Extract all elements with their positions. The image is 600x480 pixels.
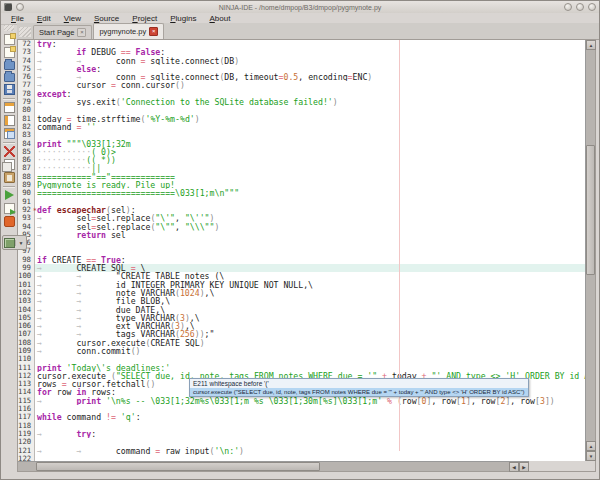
code-text[interactable]: while command != 'q': — [35, 413, 585, 421]
code-text[interactable]: if CREATE == True: — [35, 256, 585, 264]
split-vertical-icon[interactable] — [4, 115, 15, 126]
minimize-button[interactable] — [564, 3, 572, 11]
menu-project[interactable]: Project — [132, 14, 157, 23]
code-text[interactable]: →→command = raw_input('\n:') — [35, 447, 585, 455]
code-text[interactable] — [35, 405, 585, 413]
copy-icon[interactable] — [4, 159, 15, 170]
split-horizontal-icon[interactable] — [4, 102, 15, 113]
scroll-up-button-bottom[interactable] — [586, 441, 596, 451]
code-text[interactable]: →CREATE_SQL = \ — [35, 264, 585, 272]
follow-mode-icon[interactable] — [4, 128, 15, 139]
code-text[interactable]: →print '\n%s -- \033[1;32m%s\033[1;m %s … — [35, 397, 585, 405]
menu-source[interactable]: Source — [94, 14, 119, 23]
paste-icon[interactable] — [4, 172, 15, 183]
code-line-92: 92*def escapechar(sel): — [18, 206, 585, 214]
code-text[interactable]: →if DEBUG == False: — [35, 48, 585, 56]
code-line-109: 109→conn.commit() — [18, 347, 585, 355]
scroll-left-button[interactable] — [509, 462, 519, 472]
tabbar-handle[interactable] — [19, 27, 31, 37]
code-text[interactable]: →sel=sel.replace("\'", "\''") — [35, 214, 585, 222]
code-text[interactable]: →cursor = conn.cursor() — [35, 81, 585, 89]
vscroll-trough[interactable] — [586, 50, 595, 441]
code-text[interactable]: →try: — [35, 430, 585, 438]
menu-view[interactable]: View — [64, 14, 81, 23]
code-text[interactable]: print """\033[1;32m — [35, 140, 585, 148]
code-text[interactable]: →sys.exit('Connection to the SQLite data… — [35, 98, 585, 106]
maximize-button[interactable] — [576, 3, 584, 11]
code-text[interactable]: command = '' — [35, 123, 585, 131]
code-text[interactable]: except: — [35, 90, 585, 98]
toolbar-handle[interactable] — [4, 25, 14, 31]
code-text[interactable] — [35, 422, 585, 430]
open-project-icon[interactable] — [4, 73, 15, 82]
scroll-up-button[interactable] — [586, 40, 596, 50]
code-text[interactable]: →sel=sel.replace("\"", "\\\"") — [35, 223, 585, 231]
new-project-icon[interactable] — [4, 47, 15, 58]
run-project-icon[interactable] — [4, 190, 15, 201]
code-text[interactable] — [35, 438, 585, 446]
code-text[interactable]: today = time.strftime('%Y-%m-%d') — [35, 115, 585, 123]
tab-close-icon[interactable] — [77, 28, 86, 37]
close-button[interactable] — [588, 3, 596, 11]
hscroll-thumb[interactable] — [36, 462, 320, 471]
code-text[interactable]: →→due DATE,\ — [35, 306, 585, 314]
scroll-down-button[interactable] — [586, 451, 596, 461]
code-text[interactable]: →conn.commit() — [35, 347, 585, 355]
horizontal-scrollbar[interactable] — [18, 461, 529, 471]
code-text[interactable] — [35, 198, 585, 206]
new-file-icon[interactable] — [4, 34, 15, 45]
cut-icon[interactable] — [4, 146, 15, 157]
window-menu-button[interactable] — [16, 3, 24, 11]
code-editor[interactable]: 72try:73→if DEBUG == False:74→→conn = sq… — [17, 39, 596, 472]
code-text[interactable] — [35, 239, 585, 247]
code-token: : — [67, 90, 72, 98]
stop-icon[interactable] — [4, 216, 15, 227]
code-text[interactable]: →→note VARCHAR(1024),\ — [35, 289, 585, 297]
tab-whitespace-marker: → — [37, 339, 76, 347]
tab-start-page[interactable]: Start Page — [33, 25, 92, 39]
code-text[interactable] — [35, 247, 585, 255]
menu-edit[interactable]: Edit — [37, 14, 51, 23]
vscroll-thumb[interactable] — [586, 145, 595, 275]
code-text[interactable]: →else: — [35, 65, 585, 73]
symbols-combo[interactable]: ▼ — [2, 235, 27, 250]
code-token: if — [37, 256, 47, 264]
code-text[interactable]: ···········( 0)> — [35, 148, 585, 156]
code-text[interactable]: →→type VARCHAR(3),\ — [35, 314, 585, 322]
code-text[interactable]: print 'Today\'s deadlines:' — [35, 364, 585, 372]
code-text[interactable]: →→conn = sqlite.connect(DB, timeout=0.5,… — [35, 73, 585, 81]
code-text[interactable]: ============================\033[1;m\n""… — [35, 189, 585, 197]
code-text[interactable]: →→tags VARCHAR(256));" — [35, 330, 585, 338]
code-text[interactable]: →cursor.execute(CREATE_SQL) — [35, 339, 585, 347]
code-text[interactable]: →→file BLOB,\ — [35, 297, 585, 305]
menu-plugins[interactable]: Plugins — [170, 14, 196, 23]
code-text[interactable]: →→"CREATE TABLE notes (\ — [35, 272, 585, 280]
code-text[interactable]: try: — [35, 40, 585, 48]
code-text[interactable] — [35, 355, 585, 363]
code-text[interactable] — [35, 106, 585, 114]
code-text[interactable] — [35, 131, 585, 139]
code-text[interactable]: ==========="=="============= — [35, 173, 585, 181]
scroll-right-button[interactable] — [519, 462, 529, 472]
run-file-icon[interactable] — [4, 203, 15, 214]
code-text[interactable]: ···········|| — [35, 164, 585, 172]
code-text[interactable]: →→ext VARCHAR(3),\ — [35, 322, 585, 330]
code-text[interactable]: Pygmynote is ready. Pile up! — [35, 181, 585, 189]
code-rows[interactable]: 72try:73→if DEBUG == False:74→→conn = sq… — [18, 40, 585, 461]
code-text[interactable]: →→id INTEGER PRIMARY KEY UNIQUE NOT NULL… — [35, 281, 585, 289]
hscroll-trough[interactable] — [18, 462, 509, 471]
tab-close-icon[interactable] — [149, 27, 158, 36]
code-line-117: 117while command != 'q': — [18, 413, 585, 421]
save-icon[interactable] — [4, 84, 15, 95]
vertical-scrollbar[interactable] — [585, 40, 595, 461]
open-file-icon[interactable] — [4, 61, 15, 70]
menu-file[interactable]: File — [11, 14, 24, 23]
menu-about[interactable]: About — [209, 14, 230, 23]
tab-whitespace-marker: → — [76, 322, 115, 330]
code-text[interactable]: ··········(( *)) — [35, 156, 585, 164]
code-text[interactable]: def escapechar(sel): — [35, 206, 585, 214]
code-text[interactable]: →→conn = sqlite.connect(DB) — [35, 57, 585, 65]
tab-pygmynote-py[interactable]: pygmynote.py — [93, 23, 164, 39]
tab-whitespace-marker: → — [76, 314, 115, 322]
code-text[interactable]: →return sel — [35, 231, 585, 239]
